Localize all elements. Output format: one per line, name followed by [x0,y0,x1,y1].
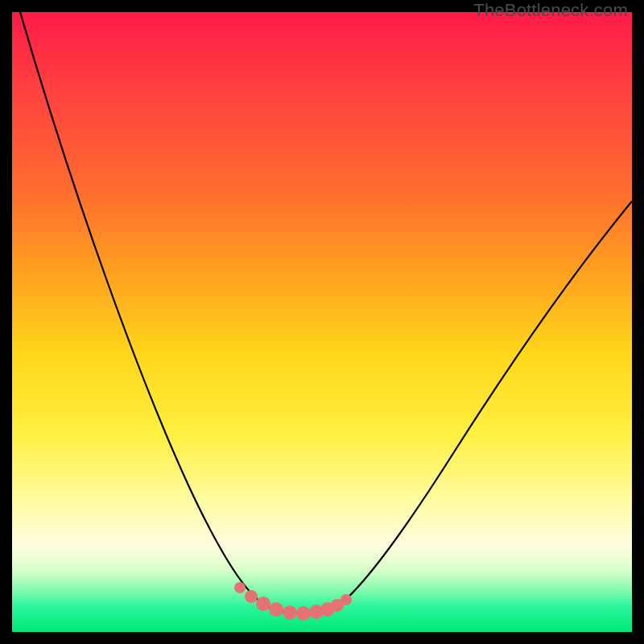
svg-point-4 [283,605,297,620]
right-curve [338,201,632,606]
svg-point-5 [296,606,311,621]
left-curve [20,12,274,609]
watermark-text: TheBottleneck.com [473,0,628,21]
svg-point-2 [256,597,270,611]
plot-area [12,12,632,632]
svg-point-9 [341,594,352,605]
chart-frame: TheBottleneck.com [0,0,644,644]
svg-point-0 [234,582,246,593]
highlighted-points [234,582,352,621]
svg-point-1 [245,590,258,603]
curve-layer [12,12,632,632]
svg-point-3 [269,602,283,617]
